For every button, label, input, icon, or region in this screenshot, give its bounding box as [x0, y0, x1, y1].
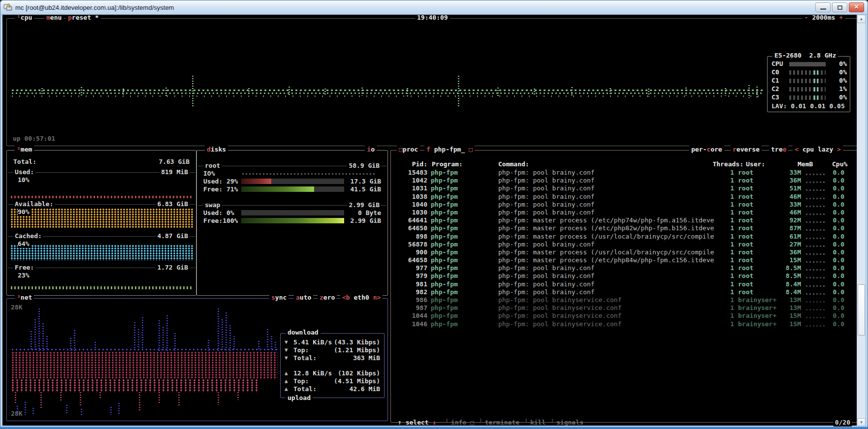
process-pid: 898	[396, 233, 427, 241]
process-threads: 1	[711, 304, 734, 312]
process-pid: 987	[396, 304, 427, 312]
proc-footer-button[interactable]: └kill	[524, 419, 546, 426]
process-threads: 1	[711, 312, 734, 320]
disk-swap-used-value: 0 Byte	[358, 209, 381, 217]
process-row[interactable]: 56878 php-fpm php-fpm: pool brainy.conf …	[391, 241, 858, 248]
header-cpu[interactable]: Cpu%	[832, 160, 847, 168]
process-row[interactable]: 1046 php-fpm php-fpm: pool brainyservice…	[391, 320, 858, 328]
minimize-button[interactable]	[815, 2, 831, 12]
tab-mem[interactable]: ²mem	[15, 146, 34, 153]
process-command: php-fpm: master process (/etc/php74w/php…	[498, 216, 714, 224]
select-down-icon[interactable]: ↓	[432, 419, 436, 426]
process-threads: 1	[711, 193, 734, 201]
net-sync-button[interactable]: sync	[269, 294, 289, 302]
process-row[interactable]: 15483 php-fpm php-fpm: pool brainy.conf …	[391, 169, 858, 177]
process-row[interactable]: 987 php-fpm php-fpm: pool brainyservice.…	[391, 304, 858, 312]
process-threads: 1	[711, 233, 734, 241]
process-row[interactable]: 64650 php-fpm php-fpm: master process (/…	[391, 224, 858, 232]
process-row[interactable]: 982 php-fpm php-fpm: pool brainy.conf 1 …	[391, 288, 858, 296]
proc-filter[interactable]: f php-fpm_ □	[424, 146, 475, 153]
net-upload-graph-2	[12, 379, 258, 392]
process-row[interactable]: 1040 php-fpm php-fpm: pool brainy.conf 1…	[391, 201, 858, 209]
proc-footer-button[interactable]: └signals	[550, 419, 583, 426]
process-row[interactable]: 1044 php-fpm php-fpm: pool brainyservice…	[391, 312, 858, 320]
process-pid: 979	[396, 272, 427, 280]
graph-mark	[31, 331, 32, 351]
preset-button[interactable]: preset *	[66, 15, 101, 22]
process-cpu: 0.0	[821, 169, 844, 177]
graph-mark	[17, 406, 18, 415]
process-program: php-fpm	[431, 201, 458, 209]
process-cpu: 0.0	[821, 233, 844, 241]
select-button[interactable]: select	[406, 419, 429, 426]
net-zero-button[interactable]: zero	[318, 294, 337, 302]
process-program: php-fpm	[431, 248, 458, 256]
header-user[interactable]: User:	[746, 160, 765, 168]
header-program[interactable]: Program:	[432, 160, 463, 168]
sort-next-icon[interactable]: >	[837, 146, 841, 153]
process-pid: 981	[396, 280, 427, 288]
process-row[interactable]: 1042 php-fpm php-fpm: pool brainy.conf 1…	[391, 177, 858, 184]
interval-plus-button[interactable]: +	[839, 15, 843, 21]
process-row[interactable]: 979 php-fpm php-fpm: pool brainy.conf 1 …	[391, 272, 858, 280]
header-threads[interactable]: Threads:	[706, 160, 743, 168]
proc-footer-button[interactable]: └terminate	[479, 419, 519, 426]
process-user: root	[738, 169, 753, 177]
selected-count: 0/20	[834, 419, 852, 427]
process-row[interactable]: 1038 php-fpm php-fpm: pool brainy.conf 1…	[391, 193, 858, 201]
proc-option-tree[interactable]: tree	[769, 146, 788, 153]
scroll-up-button[interactable]: ▲	[857, 15, 866, 23]
header-mem[interactable]: MemB	[798, 160, 813, 168]
header-command[interactable]: Command:	[498, 160, 529, 168]
process-row[interactable]: 1030 php-fpm php-fpm: pool brainy.conf 1…	[391, 209, 858, 216]
process-row[interactable]: 900 php-fpm php-fpm: master process (/us…	[391, 248, 858, 256]
sort-prev-icon[interactable]: <	[795, 146, 799, 153]
process-row[interactable]: 64641 php-fpm php-fpm: master process (/…	[391, 216, 858, 224]
select-up-icon[interactable]: ↑	[398, 419, 402, 426]
process-row[interactable]: 981 php-fpm php-fpm: pool brainy.conf 1 …	[391, 280, 858, 288]
tab-net[interactable]: ³net	[15, 294, 34, 302]
io-mode-button[interactable]: io	[365, 146, 377, 153]
process-row[interactable]: 1031 php-fpm php-fpm: pool brainy.conf 1…	[391, 184, 858, 192]
maximize-button[interactable]	[832, 2, 847, 12]
graph-mark	[81, 87, 82, 96]
header-pid[interactable]: Pid:	[396, 160, 427, 168]
graph-mark	[166, 315, 168, 351]
proc-footer-button[interactable]: └info □	[445, 419, 474, 426]
mem-total-label: Total:	[13, 158, 36, 166]
process-row[interactable]: 986 php-fpm php-fpm: pool brainyservice.…	[391, 296, 858, 304]
cpu-core-meter: C3 0%	[768, 93, 850, 102]
titlebar[interactable]: mc [root@ub24.itdeveloper.com.ua]:/lib/s…	[0, 0, 868, 15]
proc-option-reverse[interactable]: reverse	[731, 146, 762, 153]
proc-sort-selector[interactable]: < cpu lazy >	[793, 146, 843, 153]
clock: 19:40:09	[415, 15, 450, 22]
graph-mark	[267, 329, 268, 351]
minimize-icon	[820, 8, 826, 10]
scrollbar[interactable]: ▲ ▼	[857, 15, 865, 427]
graph-mark	[138, 329, 139, 351]
graph-mark	[248, 88, 250, 95]
graph-mark	[162, 327, 164, 351]
process-row[interactable]: 977 php-fpm php-fpm: pool brainy.conf 1 …	[391, 264, 858, 272]
interval-minus-button[interactable]: -	[804, 15, 808, 21]
graph-mark	[324, 89, 326, 96]
close-button[interactable]: ✕	[849, 2, 864, 12]
load-average: LAV: 0.01 0.01 0.05	[772, 102, 845, 110]
process-row[interactable]: 64658 php-fpm php-fpm: master process (/…	[391, 256, 858, 264]
menu-button[interactable]: menu	[44, 15, 64, 22]
upload-title: upload	[286, 394, 313, 402]
scrollbar-thumb[interactable]	[858, 284, 865, 336]
tab-proc[interactable]: □proc	[397, 146, 420, 153]
tab-cpu[interactable]: ¹cpu	[15, 15, 34, 22]
process-row[interactable]: 898 php-fpm php-fpm: master process (/us…	[391, 233, 858, 241]
process-command: php-fpm: pool brainy.conf	[498, 184, 595, 192]
net-interface-switch[interactable]: <b eth0 n>	[340, 294, 383, 302]
core-meter-track	[789, 87, 826, 92]
process-program: php-fpm	[431, 184, 458, 192]
core-label: C2	[772, 85, 779, 93]
graph-mark	[725, 88, 726, 96]
proc-option-per-core[interactable]: per-core	[689, 146, 724, 153]
net-auto-button[interactable]: auto	[294, 294, 313, 302]
process-threads: 1	[711, 272, 734, 280]
putty-app-icon	[3, 3, 12, 12]
